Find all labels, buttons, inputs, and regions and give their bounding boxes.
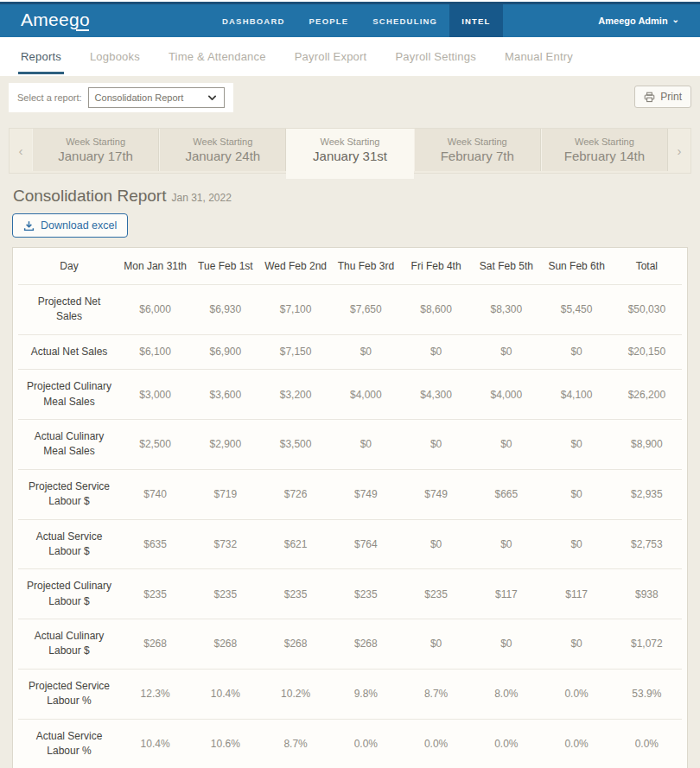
report-select-value: Consolidation Report <box>95 92 184 103</box>
table-cell: $7,650 <box>331 285 401 335</box>
subnav-item-reports[interactable]: Reports <box>21 50 61 63</box>
download-excel-button[interactable]: Download excel <box>12 213 128 238</box>
table-cell: 10.4% <box>190 669 260 719</box>
table-cell: $0 <box>542 334 612 369</box>
table-header-row: DayMon Jan 31thTue Feb 1stWed Feb 2ndThu… <box>18 248 682 285</box>
table-cell: $6,900 <box>190 334 260 369</box>
table-cell: $235 <box>190 569 260 619</box>
table-cell: 0.0% <box>542 719 612 768</box>
table-cell: $6,930 <box>190 285 260 335</box>
column-header-mon-jan-31th: Mon Jan 31th <box>120 248 190 285</box>
table-row: Projected Service Labour %12.3%10.4%10.2… <box>18 669 682 719</box>
table-cell: $3,500 <box>261 419 331 469</box>
table-cell: $0 <box>542 619 612 670</box>
subnav-item-payroll-settings[interactable]: Payroll Settings <box>395 50 476 63</box>
report-select[interactable]: Consolidation Report <box>88 87 225 108</box>
subnav-item-time-attendance[interactable]: Time & Attendance <box>169 50 266 63</box>
table-cell: $3,000 <box>120 370 190 420</box>
week-tab-january-17th[interactable]: Week StartingJanuary 17th <box>32 129 159 171</box>
table-cell: $6,000 <box>120 285 190 335</box>
week-tab-february-14th[interactable]: Week StartingFebruary 14th <box>541 129 668 171</box>
row-label: Projected Service Labour $ <box>18 469 120 519</box>
table-cell: $2,900 <box>190 419 260 469</box>
table-cell: $0 <box>331 334 401 369</box>
topnav-items: DASHBOARDPEOPLESCHEDULINGINTEL <box>210 4 503 37</box>
week-tab-january-31st[interactable]: Week StartingJanuary 31st <box>286 129 413 179</box>
row-label: Actual Culinary Labour $ <box>18 619 120 670</box>
table-cell: $726 <box>261 469 331 519</box>
row-label: Actual Service Labour % <box>18 719 120 768</box>
table-row: Projected Service Labour $$740$719$726$7… <box>18 469 682 519</box>
table-row: Actual Culinary Meal Sales$2,500$2,900$3… <box>18 419 682 469</box>
download-excel-label: Download excel <box>41 219 117 232</box>
table-row: Actual Culinary Labour $$268$268$268$268… <box>18 619 682 670</box>
column-header-thu-feb-3rd: Thu Feb 3rd <box>331 248 401 285</box>
table-cell: $2,753 <box>612 519 682 569</box>
table-cell: $4,000 <box>331 370 401 420</box>
table-cell: $732 <box>190 519 260 569</box>
table-cell: $7,100 <box>261 285 331 335</box>
table-body: Projected Net Sales$6,000$6,930$7,100$7,… <box>18 285 682 768</box>
table-cell: $235 <box>401 569 471 619</box>
table-cell: $764 <box>331 519 401 569</box>
table-cell: $749 <box>331 469 401 519</box>
chevron-down-icon <box>207 92 218 104</box>
brand-logo[interactable]: Ameego <box>21 10 90 30</box>
topnav-item-scheduling[interactable]: SCHEDULING <box>360 4 449 37</box>
table-cell: $8,600 <box>401 285 471 335</box>
row-label: Projected Culinary Meal Sales <box>18 370 120 420</box>
table-cell: $7,150 <box>261 334 331 369</box>
table-row: Projected Culinary Meal Sales$3,000$3,60… <box>18 370 682 420</box>
print-button[interactable]: Print <box>634 86 691 108</box>
table-cell: $235 <box>261 569 331 619</box>
week-tab-january-24th[interactable]: Week StartingJanuary 24th <box>159 129 286 171</box>
table-cell: $8,900 <box>612 419 682 469</box>
topnav-item-dashboard[interactable]: DASHBOARD <box>210 4 297 37</box>
table-cell: 10.2% <box>261 669 331 719</box>
table-cell: $4,000 <box>471 370 541 420</box>
user-menu-label: Ameego Admin <box>598 16 667 26</box>
table-row: Projected Net Sales$6,000$6,930$7,100$7,… <box>18 285 682 335</box>
table-cell: 12.3% <box>120 669 190 719</box>
column-header-sun-feb-6th: Sun Feb 6th <box>542 248 612 285</box>
week-tab-date: February 14th <box>545 149 664 163</box>
table-cell: 8.0% <box>471 669 541 719</box>
printer-icon <box>644 92 655 103</box>
content-area: Select a report: Consolidation Report Pr… <box>0 76 700 768</box>
table-cell: $938 <box>612 569 682 619</box>
topnav-item-people[interactable]: PEOPLE <box>297 4 361 37</box>
next-week-arrow-icon[interactable]: › <box>668 129 690 173</box>
table-cell: $0 <box>471 419 541 469</box>
column-header-fri-feb-4th: Fri Feb 4th <box>401 248 471 285</box>
table-cell: $740 <box>120 469 190 519</box>
table-cell: $117 <box>542 569 612 619</box>
week-tab-date: January 17th <box>36 149 155 163</box>
column-header-wed-feb-2nd: Wed Feb 2nd <box>261 248 331 285</box>
subnav-item-manual-entry[interactable]: Manual Entry <box>505 50 573 63</box>
subnav-item-logbooks[interactable]: Logbooks <box>90 50 140 63</box>
table-cell: $268 <box>261 619 331 670</box>
row-label: Projected Net Sales <box>18 285 120 335</box>
subnav-item-payroll-export[interactable]: Payroll Export <box>295 50 367 63</box>
table-cell: $0 <box>401 334 471 369</box>
table-cell: $117 <box>471 569 541 619</box>
week-tab-label: Week Starting <box>418 136 537 147</box>
table-cell: 10.6% <box>190 719 260 768</box>
column-header-sat-feb-5th: Sat Feb 5th <box>471 248 541 285</box>
table-cell: 0.0% <box>331 719 401 768</box>
table-cell: $0 <box>542 419 612 469</box>
report-table: DayMon Jan 31thTue Feb 1stWed Feb 2ndThu… <box>18 248 682 768</box>
table-cell: $268 <box>120 619 190 670</box>
topnav-item-intel[interactable]: INTEL <box>449 4 502 37</box>
row-label: Actual Service Labour $ <box>18 519 120 569</box>
week-tab-date: January 24th <box>163 149 282 163</box>
table-cell: $4,300 <box>401 370 471 420</box>
week-tab-february-7th[interactable]: Week StartingFebruary 7th <box>414 129 541 171</box>
prev-week-arrow-icon[interactable]: ‹ <box>10 129 32 173</box>
report-title-text: Consolidation Report <box>13 187 166 205</box>
table-cell: $621 <box>261 519 331 569</box>
table-cell: $5,450 <box>542 285 612 335</box>
table-cell: $0 <box>471 619 541 670</box>
table-cell: 8.7% <box>401 669 471 719</box>
user-menu[interactable]: Ameego Admin ⌄ <box>598 4 679 37</box>
